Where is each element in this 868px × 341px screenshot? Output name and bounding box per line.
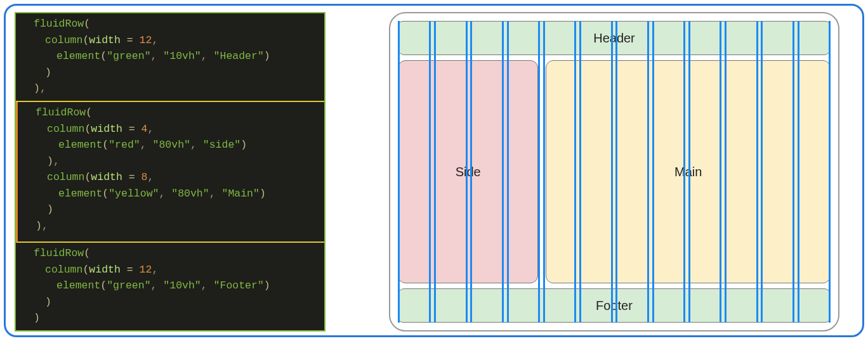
code-line: column(width = 12, (22, 32, 318, 49)
code-line: element("green", "10vh", "Footer") (22, 278, 318, 294)
middle-row: Side Main (398, 60, 831, 283)
code-line: ) (22, 310, 318, 326)
code-line: column(width = 12, (22, 262, 318, 278)
footer-box: Footer (398, 288, 831, 323)
layout-stack: Header Side Main Footer (398, 21, 831, 323)
code-line: element("green", "10vh", "Header") (22, 48, 318, 65)
header-row: Header (398, 21, 831, 55)
code-line: element("red", "80vh", "side") (24, 137, 318, 153)
code-block: fluidRow(column(width = 4,element("red",… (16, 102, 324, 243)
main-label: Main (674, 165, 702, 179)
side-box: Side (398, 60, 538, 283)
code-line: fluidRow( (22, 16, 318, 32)
header-box: Header (398, 21, 831, 55)
main-box: Main (546, 60, 831, 283)
code-block: fluidRow(column(width = 12,element("gree… (16, 243, 324, 331)
footer-label: Footer (596, 299, 633, 313)
figure-container: fluidRow(column(width = 12,element("gree… (4, 4, 864, 337)
code-line: ) (22, 294, 318, 311)
code-line: ), (22, 80, 318, 97)
code-line: element("yellow", "80vh", "Main") (24, 186, 318, 202)
code-line: fluidRow( (22, 245, 318, 262)
code-line: fluidRow( (24, 105, 318, 121)
code-line: ), (24, 218, 318, 235)
layout-preview: Header Side Main Footer (389, 12, 839, 331)
code-line: ) (22, 65, 318, 81)
code-line: ) (24, 202, 318, 218)
header-label: Header (593, 31, 635, 46)
side-label: Side (456, 165, 481, 179)
code-block: fluidRow(column(width = 12,element("gree… (16, 13, 324, 102)
code-panel: fluidRow(column(width = 12,element("gree… (15, 12, 326, 331)
footer-row: Footer (398, 288, 831, 323)
layout-inner: Header Side Main Footer (398, 21, 831, 323)
code-line: column(width = 4, (24, 121, 318, 138)
code-line: column(width = 8, (24, 169, 318, 186)
code-line: ), (24, 153, 318, 170)
